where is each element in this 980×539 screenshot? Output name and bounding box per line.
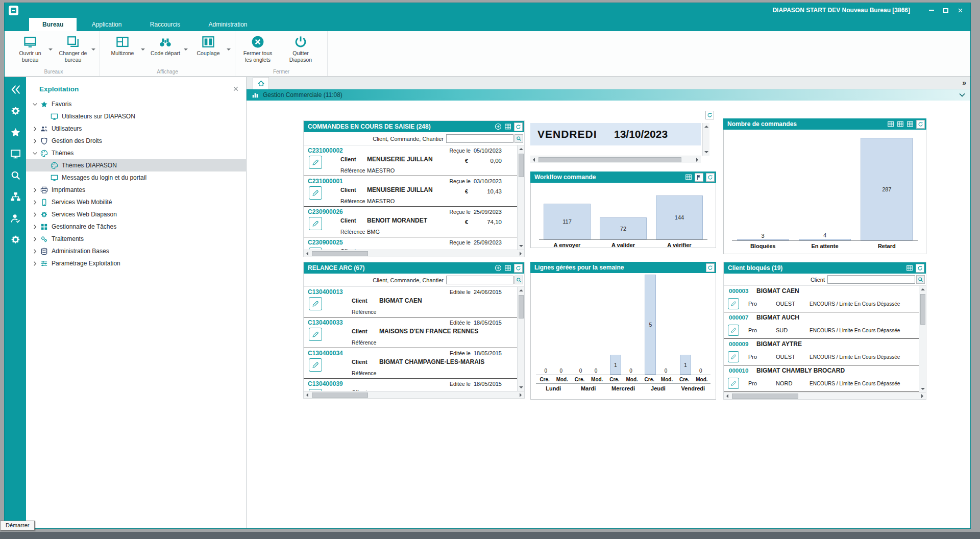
order-id-link[interactable]: C230900025: [308, 239, 343, 246]
tab-overflow-button[interactable]: »: [962, 79, 966, 87]
sidebar-item[interactable]: Services Web Mobilité: [26, 196, 246, 208]
edit-button[interactable]: [309, 186, 322, 200]
scroll-thumb[interactable]: [920, 294, 925, 325]
scroll-down-button[interactable]: [518, 384, 525, 391]
table-button[interactable]: [887, 120, 894, 128]
edit-button[interactable]: [309, 217, 322, 230]
dropdown-arrow[interactable]: [48, 48, 53, 53]
dropdown-arrow[interactable]: [91, 48, 95, 53]
edit-button[interactable]: [309, 358, 322, 372]
scroll-thumb[interactable]: [732, 394, 798, 399]
refresh-button[interactable]: [706, 173, 715, 182]
scroll-down-button[interactable]: [703, 149, 710, 156]
dropdown-arrow[interactable]: [227, 48, 231, 53]
rail-item[interactable]: [10, 84, 21, 95]
order-id-link[interactable]: C231000001: [308, 178, 343, 185]
search-input[interactable]: [446, 134, 513, 143]
scroll-right-button[interactable]: [694, 156, 701, 163]
scroll-right-button[interactable]: [517, 391, 524, 399]
scroll-up-button[interactable]: [518, 145, 525, 153]
taskbar[interactable]: [0, 532, 980, 539]
scroll-down-button[interactable]: [919, 385, 926, 393]
dropdown-arrow[interactable]: [184, 48, 188, 53]
order-id-link[interactable]: C130400013: [308, 288, 343, 296]
ribbon-button[interactable]: Multizone: [104, 34, 145, 57]
scroll-up-button[interactable]: [518, 287, 525, 294]
vertical-scrollbar[interactable]: [517, 287, 524, 391]
horizontal-scrollbar[interactable]: [304, 391, 524, 398]
sidebar-item[interactable]: Thèmes: [26, 147, 246, 159]
flag-button[interactable]: [695, 173, 703, 182]
sidebar-item[interactable]: Administration Bases: [26, 245, 246, 257]
scroll-up-button[interactable]: [703, 123, 710, 130]
scroll-up-button[interactable]: [919, 286, 926, 293]
sidebar-item[interactable]: Imprimantes: [26, 184, 246, 196]
sidebar-item[interactable]: Paramétrage Exploitation: [26, 257, 246, 270]
order-id-link[interactable]: C130400039: [308, 380, 343, 387]
search-go[interactable]: [514, 276, 523, 284]
ribbon-button[interactable]: Ouvrir un bureau: [12, 34, 53, 63]
order-id-link[interactable]: C231000002: [308, 147, 343, 154]
sidebar-item[interactable]: Traitements: [26, 233, 246, 245]
scroll-right-button[interactable]: [517, 250, 524, 257]
table-button[interactable]: [504, 123, 511, 130]
table-button[interactable]: [906, 120, 914, 128]
edit-button[interactable]: [309, 328, 322, 341]
rail-item[interactable]: [10, 170, 21, 181]
ribbon-tab[interactable]: Application: [79, 18, 135, 31]
rail-item[interactable]: [10, 191, 21, 202]
sidebar-item[interactable]: Thèmes DIAPASON: [26, 159, 246, 172]
search-go[interactable]: [916, 275, 925, 284]
scroll-left-button[interactable]: [530, 156, 537, 163]
scroll-left-button[interactable]: [304, 391, 311, 399]
refresh-button[interactable]: [706, 263, 715, 272]
search-input[interactable]: [827, 275, 915, 284]
ribbon-button[interactable]: Code départ: [147, 34, 188, 57]
order-id-link[interactable]: C130400034: [308, 350, 343, 357]
refresh-button[interactable]: [916, 120, 925, 129]
horizontal-scrollbar[interactable]: [724, 393, 926, 399]
sidebar-item[interactable]: Favoris: [26, 98, 246, 110]
plus-circle-button[interactable]: [495, 264, 502, 272]
scroll-down-button[interactable]: [518, 242, 525, 250]
refresh-button[interactable]: [916, 264, 924, 273]
client-id-link[interactable]: 000003: [729, 288, 748, 294]
table-button[interactable]: [906, 264, 913, 272]
edit-button[interactable]: [728, 298, 739, 309]
title-bar[interactable]: DIAPASON START DEV Nouveau Bureau [3866]: [5, 3, 970, 18]
ribbon-button[interactable]: Couplage: [190, 34, 231, 57]
scroll-left-button[interactable]: [304, 250, 311, 257]
refresh-button[interactable]: [705, 111, 714, 119]
edit-button[interactable]: [728, 325, 739, 336]
scroll-thumb[interactable]: [538, 157, 681, 162]
rail-item[interactable]: [10, 127, 21, 138]
ribbon-button[interactable]: Quitter Diapason: [282, 34, 323, 63]
client-id-link[interactable]: 000007: [729, 314, 748, 321]
table-button[interactable]: [897, 120, 904, 128]
edit-button[interactable]: [309, 156, 322, 169]
client-id-link[interactable]: 000009: [729, 341, 748, 347]
ribbon-tab[interactable]: Administration: [195, 18, 260, 31]
sidebar-item[interactable]: Gestionnaire de Tâches: [26, 220, 246, 233]
ribbon-tab[interactable]: Raccourcis: [137, 18, 193, 31]
vertical-scrollbar[interactable]: [517, 145, 524, 250]
sidebar-item[interactable]: Gestion des Droits: [26, 135, 246, 147]
search-input[interactable]: [446, 276, 513, 284]
scroll-right-button[interactable]: [919, 393, 926, 400]
horizontal-scrollbar[interactable]: [530, 156, 701, 163]
tab-home[interactable]: [253, 77, 269, 89]
refresh-button[interactable]: [514, 264, 523, 273]
maximize-button[interactable]: [940, 5, 952, 15]
section-header[interactable]: Gestion Commerciale (11:08): [247, 89, 970, 101]
client-id-link[interactable]: 000010: [729, 368, 748, 374]
table-button[interactable]: [504, 264, 511, 272]
order-id-link[interactable]: C130400033: [308, 319, 343, 326]
dropdown-arrow[interactable]: [141, 48, 145, 53]
vertical-scrollbar[interactable]: [919, 286, 926, 393]
scroll-thumb[interactable]: [312, 251, 368, 256]
sidebar-item[interactable]: Services Web Diapason: [26, 208, 246, 220]
rail-item[interactable]: [10, 213, 21, 224]
table-button[interactable]: [685, 174, 692, 181]
section-collapse-button[interactable]: [959, 92, 965, 98]
rail-item[interactable]: [10, 234, 21, 245]
